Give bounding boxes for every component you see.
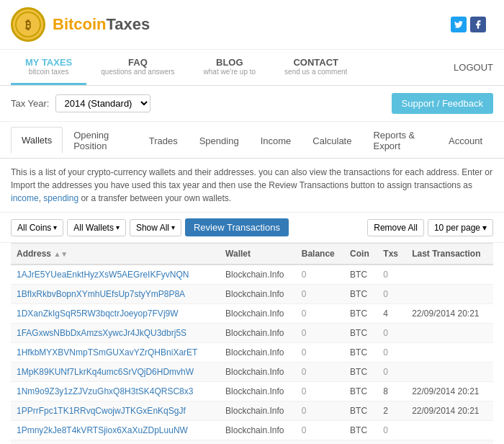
tab-calculate[interactable]: Calculate bbox=[302, 128, 362, 154]
tab-reports-export[interactable]: Reports & Export bbox=[362, 122, 438, 159]
table-row: 1PPrrFpc1TK1RRvqCwojwJTKGxEnKqSgJfBlockc… bbox=[11, 401, 493, 421]
cell-address: 1DXanZkIgSqR5RW3bqctrJoeyop7FVj9W bbox=[11, 304, 220, 324]
nav-faq-label: FAQ bbox=[101, 57, 174, 68]
btc-logo-svg: ₿ bbox=[15, 12, 41, 37]
cell-address: 1Nm9o9Z3y1zZJVzuGhxQ8H3tSK4QRSC8x3 bbox=[11, 382, 220, 401]
facebook-icon[interactable] bbox=[470, 17, 486, 32]
address-link[interactable]: 1HfkbMYXBVNmpTSmGUXavYZrQHBniXarET bbox=[17, 347, 197, 358]
income-link[interactable]: income bbox=[11, 193, 39, 203]
cell-wallet: Blockchain.Info bbox=[220, 363, 296, 382]
address-link[interactable]: 1FAGxwsNBbDxAmzsXywcJr4JkQU3dbrj5S bbox=[17, 328, 186, 338]
cell-last-transaction bbox=[406, 363, 493, 382]
cell-txs: 0 bbox=[377, 285, 406, 304]
cell-address: 1MpK89KUNf7LkrKq4umc6SrVQjD6HDmvhW bbox=[11, 363, 220, 382]
show-all-button[interactable]: Show All ▾ bbox=[130, 219, 181, 236]
tabs-bar: Wallets Opening Position Trades Spending… bbox=[0, 122, 504, 159]
wallets-caret-icon: ▾ bbox=[116, 223, 120, 231]
col-address-label: Address bbox=[17, 249, 51, 259]
address-link[interactable]: 1AJrE5YUeaEnktHyzXsW5AEGreIKFyvNQN bbox=[17, 270, 189, 280]
all-coins-button[interactable]: All Coins ▾ bbox=[11, 219, 63, 236]
cell-balance: 0 bbox=[296, 324, 344, 343]
address-link[interactable]: 1BfIxRkbvBopnXYmhUEfsUp7styYmP8P8A bbox=[17, 289, 185, 299]
support-feedback-button[interactable]: Support / Feedback bbox=[392, 93, 493, 114]
cell-coin: BTC bbox=[344, 382, 377, 401]
nav-blog[interactable]: BLOG what we're up to bbox=[189, 50, 271, 85]
cell-txs: 0 bbox=[377, 265, 406, 285]
col-coin: Coin bbox=[344, 244, 377, 265]
table-body: 1AJrE5YUeaEnktHyzXsW5AEGreIKFyvNQNBlockc… bbox=[11, 265, 493, 444]
table-row: 1AJrE5YUeaEnktHyzXsW5AEGreIKFyvNQNBlockc… bbox=[11, 265, 493, 285]
col-wallet: Wallet bbox=[220, 244, 296, 265]
all-wallets-label: All Wallets bbox=[73, 223, 114, 233]
nav-faq[interactable]: FAQ questions and answers bbox=[86, 50, 189, 85]
table-row: 1DXanZkIgSqR5RW3bqctrJoeyop7FVj9WBlockch… bbox=[11, 304, 493, 324]
address-link[interactable]: 1PPrrFpc1TK1RRvqCwojwJTKGxEnKqSgJf bbox=[17, 406, 186, 416]
cell-txs: 0 bbox=[377, 421, 406, 440]
cell-coin: BTC bbox=[344, 440, 377, 445]
cell-address: 1FAGxwsNBbDxAmzsXywcJr4JkQU3dbrj5S bbox=[11, 324, 220, 343]
table-row: 1FAGxwsNBbDxAmzsXywcJr4JkQU3dbrj5SBlockc… bbox=[11, 324, 493, 343]
tab-account[interactable]: Account bbox=[438, 128, 493, 154]
cell-coin: BTC bbox=[344, 343, 377, 363]
all-wallets-button[interactable]: All Wallets ▾ bbox=[67, 219, 126, 236]
cell-wallet: Blockchain.Info bbox=[220, 324, 296, 343]
table-header: Address ▲▼ Wallet Balance Coin Txs Last … bbox=[11, 244, 493, 265]
review-transactions-button[interactable]: Review Transactions bbox=[185, 218, 289, 236]
logo-icon: ₿ bbox=[11, 7, 45, 42]
col-address[interactable]: Address ▲▼ bbox=[11, 244, 220, 265]
nav-contact-sub: send us a comment bbox=[284, 68, 347, 76]
tab-spending[interactable]: Spending bbox=[189, 128, 250, 154]
tab-opening-position[interactable]: Opening Position bbox=[63, 122, 138, 159]
table-row: 1Nm9o9Z3y1zZJVzuGhxQ8H3tSK4QRSC8x3Blockc… bbox=[11, 382, 493, 401]
svg-text:₿: ₿ bbox=[25, 19, 31, 31]
twitter-icon[interactable] bbox=[451, 17, 467, 32]
nav-my-taxes[interactable]: MY TAXES bitcoin taxes bbox=[11, 50, 86, 85]
logo-taxes: Taxes bbox=[107, 15, 150, 33]
per-page-label: 10 per page bbox=[434, 223, 480, 233]
coins-caret-icon: ▾ bbox=[53, 223, 57, 231]
cell-address: 1AJrE5YUeaEnktHyzXsW5AEGreIKFyvNQN bbox=[11, 265, 220, 285]
cell-address: 1PPrrFpc1TK1RRvqCwojwJTKGxEnKqSgJf bbox=[11, 401, 220, 421]
cell-wallet: Blockchain.Info bbox=[220, 382, 296, 401]
cell-balance: 0 bbox=[296, 421, 344, 440]
logo-text: BitcoinTaxes bbox=[53, 15, 150, 34]
cell-coin: BTC bbox=[344, 304, 377, 324]
tax-year-select[interactable]: 2014 (Standard) bbox=[55, 94, 150, 112]
cell-last-transaction bbox=[406, 343, 493, 363]
cell-address: 1QALwEeQtT9tkTF6JnoJe9WF1KrBQ5zxs3 bbox=[11, 440, 220, 445]
spending-link[interactable]: spending bbox=[43, 193, 78, 203]
cell-coin: BTC bbox=[344, 265, 377, 285]
all-coins-label: All Coins bbox=[17, 223, 51, 233]
toolbar-right: Remove All 10 per page ▾ bbox=[367, 219, 493, 236]
logout-button[interactable]: LOGOUT bbox=[454, 50, 493, 85]
cell-balance: 0 bbox=[296, 363, 344, 382]
cell-coin: BTC bbox=[344, 401, 377, 421]
cell-address: 1Pmny2kJe8T4kVRTSjiox6XaXuZDpLuuNW bbox=[11, 421, 220, 440]
logo-bitcoin: Bitcoin bbox=[53, 15, 107, 33]
address-link[interactable]: 1Nm9o9Z3y1zZJVzuGhxQ8H3tSK4QRSC8x3 bbox=[17, 386, 193, 396]
table-row: 1BfIxRkbvBopnXYmhUEfsUp7styYmP8P8ABlockc… bbox=[11, 285, 493, 304]
cell-wallet: Blockchain.Info bbox=[220, 285, 296, 304]
cell-wallet: Blockchain.Info bbox=[220, 401, 296, 421]
table-row: 1QALwEeQtT9tkTF6JnoJe9WF1KrBQ5zxs3Blockc… bbox=[11, 440, 493, 445]
perpage-caret-icon: ▾ bbox=[482, 223, 487, 233]
table-row: 1HfkbMYXBVNmpTSmGUXavYZrQHBniXarETBlockc… bbox=[11, 343, 493, 363]
cell-last-transaction bbox=[406, 285, 493, 304]
address-link[interactable]: 1DXanZkIgSqR5RW3bqctrJoeyop7FVj9W bbox=[17, 308, 179, 319]
cell-balance: 0 bbox=[296, 440, 344, 445]
cell-last-transaction bbox=[406, 265, 493, 285]
remove-all-button[interactable]: Remove All bbox=[367, 219, 424, 236]
nav-contact[interactable]: CONTACT send us a comment bbox=[270, 50, 361, 85]
address-link[interactable]: 1MpK89KUNf7LkrKq4umc6SrVQjD6HDmvhW bbox=[17, 367, 194, 377]
tab-trades[interactable]: Trades bbox=[138, 128, 189, 154]
header-top: ₿ BitcoinTaxes bbox=[0, 0, 504, 50]
cell-wallet: Blockchain.Info bbox=[220, 440, 296, 445]
cell-balance: 0 bbox=[296, 304, 344, 324]
per-page-button[interactable]: 10 per page ▾ bbox=[428, 219, 493, 236]
cell-balance: 0 bbox=[296, 343, 344, 363]
tab-wallets[interactable]: Wallets bbox=[11, 127, 63, 154]
cell-balance: 0 bbox=[296, 382, 344, 401]
tab-income[interactable]: Income bbox=[250, 128, 302, 154]
address-link[interactable]: 1Pmny2kJe8T4kVRTSjiox6XaXuZDpLuuNW bbox=[17, 425, 188, 435]
col-balance: Balance bbox=[296, 244, 344, 265]
